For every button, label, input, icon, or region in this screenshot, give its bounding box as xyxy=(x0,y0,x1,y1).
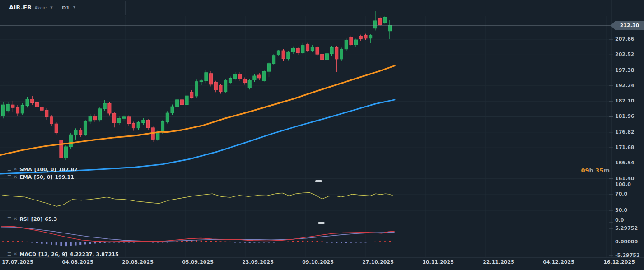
price-axis-label: 161.40 xyxy=(615,176,634,182)
time-axis-label: 23.09.2025 xyxy=(239,259,277,265)
ema-value: 199.11 xyxy=(55,174,74,180)
legend-sma[interactable]: ☰ ✕ SMA[100, 0]187.87 xyxy=(7,166,80,172)
indicator-settings-icon[interactable]: ☰ xyxy=(7,167,11,172)
price-axis-label: 176.82 xyxy=(615,129,634,135)
indicator-close-icon[interactable]: ✕ xyxy=(14,217,17,221)
chevron-down-icon: ▼ xyxy=(73,5,75,9)
sma-name: SMA xyxy=(19,167,32,172)
rsi-axis-label: 100.0 xyxy=(615,182,631,187)
instrument-type-label: Akcie xyxy=(34,5,47,10)
price-axis-label: 166.54 xyxy=(615,160,634,166)
macd-params: [12, 26, 9] xyxy=(38,251,67,257)
legend-ema[interactable]: ☰ ✕ EMA[50, 0]199.11 xyxy=(7,174,76,180)
indicator-settings-icon[interactable]: ☰ xyxy=(7,175,11,179)
countdown-minutes: 35 xyxy=(595,167,603,174)
macd-panel-resize-handle[interactable] xyxy=(318,222,325,224)
current-price-badge: 212.30 xyxy=(611,21,644,30)
symbol-selector[interactable]: AIR.FR Akcie ▼ xyxy=(9,4,53,11)
rsi-params: [20] xyxy=(31,216,42,222)
price-axis-label: 181.96 xyxy=(615,113,634,119)
legend-macd[interactable]: ☰ ✕ MACD[12, 26, 9]4.22237, 3.87215 xyxy=(7,251,121,257)
time-axis-label: 16.12.2025 xyxy=(600,259,638,265)
sma-value: 187.87 xyxy=(58,167,77,172)
chevron-down-icon: ▼ xyxy=(50,6,52,9)
macd-name: MACD xyxy=(19,251,36,257)
toolbar-divider xyxy=(53,1,53,15)
time-axis-label: 09.10.2025 xyxy=(299,259,337,265)
countdown-minutes-unit: m xyxy=(603,167,610,174)
rsi-axis-label: 0.0 xyxy=(615,217,624,223)
symbol-label: AIR.FR xyxy=(9,4,32,11)
rsi-name: RSI xyxy=(19,216,29,222)
chart-canvas[interactable] xyxy=(0,0,644,270)
time-axis-label: 04.12.2025 xyxy=(540,259,578,265)
session-countdown: 09h 35m xyxy=(581,167,610,174)
countdown-hours-unit: h xyxy=(589,167,593,174)
ema-params: [50, 0] xyxy=(34,174,52,180)
sma-params: [100, 0] xyxy=(34,167,56,172)
rsi-axis-label: 70.0 xyxy=(615,191,627,197)
timeframe-label: D1 xyxy=(62,5,70,11)
chart-toolbar: AIR.FR Akcie ▼ D1 ▼ xyxy=(0,0,644,16)
time-axis-label: 22.11.2025 xyxy=(480,259,518,265)
toolbar-divider xyxy=(125,1,126,15)
rsi-axis-label: 30.0 xyxy=(615,207,627,213)
macd-axis-label: -5.29752 xyxy=(615,252,640,258)
price-axis-label: 171.68 xyxy=(615,144,634,150)
time-axis-label: 20.08.2025 xyxy=(119,259,157,265)
macd-value: 4.22237, 3.87215 xyxy=(70,251,118,257)
trading-chart-window: AIR.FR Akcie ▼ D1 ▼ ☰ ✕ SMA[100, 0]187.8… xyxy=(0,0,644,270)
ema-name: EMA xyxy=(19,174,32,180)
time-axis-label: 05.09.2025 xyxy=(179,259,217,265)
timeframe-selector[interactable]: D1 ▼ xyxy=(62,5,75,11)
time-axis-label: 27.10.2025 xyxy=(359,259,397,265)
rsi-value: 65.3 xyxy=(45,216,57,222)
time-axis-label: 10.11.2025 xyxy=(419,259,457,265)
indicator-settings-icon[interactable]: ☰ xyxy=(7,252,11,256)
price-axis-label: 202.52 xyxy=(615,51,634,57)
countdown-hours: 09 xyxy=(581,167,589,174)
macd-axis-label: 5.29752 xyxy=(615,225,638,231)
time-axis-label: 04.08.2025 xyxy=(59,259,97,265)
indicator-close-icon[interactable]: ✕ xyxy=(14,167,17,172)
legend-rsi[interactable]: ☰ ✕ RSI[20]65.3 xyxy=(7,216,59,222)
indicator-settings-icon[interactable]: ☰ xyxy=(7,217,11,221)
price-axis-label: 207.66 xyxy=(615,36,634,42)
macd-axis-label: 0.00000 xyxy=(615,239,638,245)
time-axis-label: 17.07.2025 xyxy=(0,259,37,265)
indicator-close-icon[interactable]: ✕ xyxy=(14,252,17,256)
price-axis-label: 197.38 xyxy=(615,67,634,73)
indicator-close-icon[interactable]: ✕ xyxy=(14,175,17,179)
rsi-panel-resize-handle[interactable] xyxy=(315,180,322,182)
price-axis-label: 192.24 xyxy=(615,83,634,88)
price-axis-label: 187.10 xyxy=(615,98,634,104)
